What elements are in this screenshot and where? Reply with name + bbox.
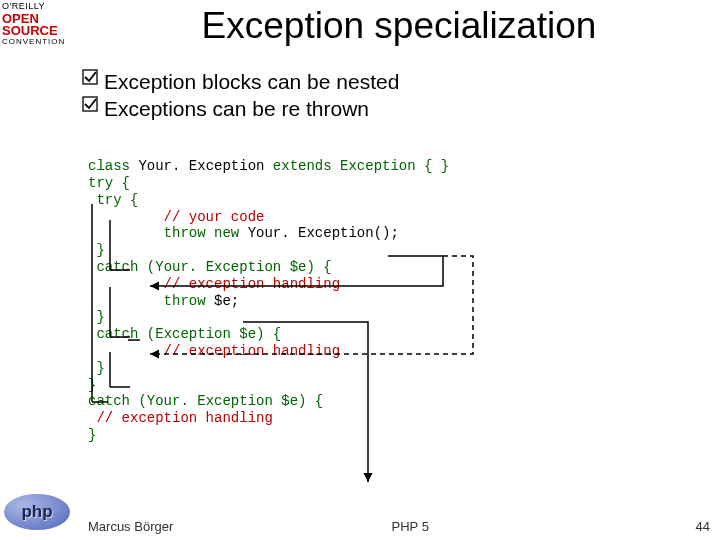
footer: Marcus Börger PHP 5 44 (88, 519, 710, 534)
oreilly-convention: CONVENTION (2, 38, 74, 46)
footer-page-number: 44 (696, 519, 710, 534)
bullets: Exception blocks can be nested Exception… (82, 69, 720, 121)
footer-author: Marcus Börger (88, 519, 173, 534)
code-brace: } (88, 360, 105, 376)
check-icon (82, 96, 104, 117)
footer-center: PHP 5 (392, 519, 429, 534)
code-brace: } (88, 242, 105, 258)
code-comment: // exception handling (88, 410, 273, 426)
oreilly-top: O'REILLY (2, 2, 74, 11)
code-brace: } (88, 377, 96, 393)
oreilly-source: SOURCE (2, 24, 74, 37)
code-brace: } (88, 309, 105, 325)
code-kw: catch (88, 326, 138, 342)
code-text: (Your. Exception $e) { (130, 393, 323, 409)
php-logo: php (4, 494, 70, 530)
code-comment: // exception handling (88, 343, 340, 359)
oreilly-logo: O'REILLY OPEN SOURCE CONVENTION (2, 2, 74, 46)
code-kw: throw (88, 293, 206, 309)
bullet-item: Exception blocks can be nested (82, 69, 720, 94)
code-text: Your. Exception(); (239, 225, 399, 241)
code-block: class Your. Exception extends Exception … (88, 141, 720, 460)
code-brace: } (88, 427, 96, 443)
check-icon (82, 69, 104, 90)
code-comment: // your code (88, 209, 264, 225)
code-kw: class (88, 158, 130, 174)
code-text: Exception { } (332, 158, 450, 174)
code-text: $e; (206, 293, 240, 309)
code-text: Your. Exception (130, 158, 273, 174)
main-content: Exception specialization Exception block… (78, 0, 720, 540)
code-comment: // exception handling (88, 276, 340, 292)
bullet-item: Exceptions can be re thrown (82, 96, 720, 121)
code-kw: extends (273, 158, 332, 174)
code-kw: try { (88, 175, 130, 191)
bullet-text: Exceptions can be re thrown (104, 96, 369, 121)
code-kw: throw new (88, 225, 239, 241)
code-kw: try { (88, 192, 138, 208)
sidebar: O'REILLY OPEN SOURCE CONVENTION php (0, 0, 78, 540)
code-kw: catch (88, 259, 138, 275)
code-kw: catch (88, 393, 130, 409)
slide-title: Exception specialization (78, 5, 720, 47)
code-text: (Exception $e) { (138, 326, 281, 342)
code-text: (Your. Exception $e) { (138, 259, 331, 275)
php-logo-text: php (21, 502, 52, 522)
bullet-text: Exception blocks can be nested (104, 69, 399, 94)
